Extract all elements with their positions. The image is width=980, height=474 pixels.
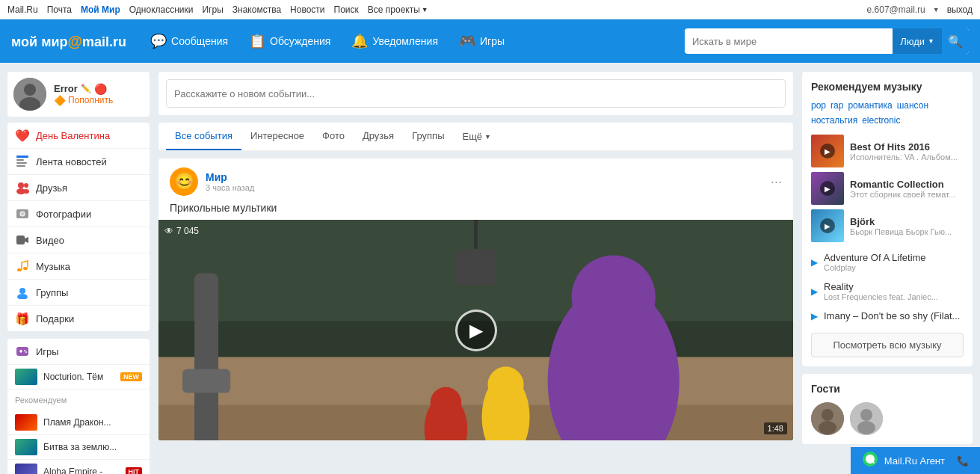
sidebar-item-friends[interactable]: Друзья [7, 175, 150, 201]
post-author[interactable]: Мир [206, 171, 254, 183]
page-layout: Error ✏️ 🔴 🔶 Пополнить ❤️ День Валентина [0, 63, 980, 474]
guest-avatar-1[interactable] [811, 402, 844, 435]
games-label: Игры [480, 35, 505, 47]
play-button[interactable]: ▶ [455, 310, 497, 351]
track-item-3[interactable]: ▶ Imany – Don't be so shy (Filat... [811, 308, 964, 324]
messages-label: Сообщения [171, 35, 228, 47]
track-item-1[interactable]: ▶ Adventure Of A Lifetime Coldplay [811, 250, 964, 274]
game-item-bitva[interactable]: Битва за землю... [7, 435, 150, 460]
user-name[interactable]: Error ✏️ 🔴 [54, 83, 113, 95]
music-tag-chanson[interactable]: шансон [897, 100, 928, 111]
phone-icon[interactable]: 📞 [957, 455, 969, 467]
top-nav-all-projects[interactable]: Все проекты ▼ [368, 4, 428, 15]
svg-point-13 [21, 212, 25, 216]
game-thumb-alpha [15, 464, 37, 474]
top-nav-search[interactable]: Поиск [334, 4, 359, 15]
tab-photos[interactable]: Фото [313, 123, 354, 150]
top-nav-moimir[interactable]: Мой Мир [81, 4, 120, 15]
svg-point-34 [488, 366, 524, 402]
svg-point-1 [24, 84, 36, 96]
video-player[interactable]: 👁 7 045 ▶ 1:48 Прикольные мультики + + Д… [158, 220, 793, 440]
track-name-1: Adventure Of A Lifetime [824, 252, 964, 263]
tab-interesting[interactable]: Интересное [241, 123, 313, 150]
sidebar-item-music[interactable]: Музыка [7, 253, 150, 280]
edit-icon: ✏️ [81, 84, 91, 93]
sidebar-item-games[interactable]: Игры [7, 339, 150, 365]
sidebar-item-video[interactable]: Видео [7, 227, 150, 253]
track-play-icon-3: ▶ [811, 311, 818, 321]
badge-new: NEW [120, 372, 142, 381]
top-nav-ok[interactable]: Одноклассники [129, 4, 194, 15]
nav-games[interactable]: 🎮 Игры [450, 27, 514, 55]
top-nav-pochta[interactable]: Почта [47, 4, 72, 15]
sidebar-item-groups[interactable]: Группы [7, 280, 150, 306]
music-tag-rap[interactable]: rap [830, 100, 843, 111]
tab-groups[interactable]: Группы [403, 123, 453, 150]
game-item-nocturion[interactable]: Nocturion. Тём NEW [7, 365, 150, 390]
game-item-plamya[interactable]: Пламя Дракон... [7, 410, 150, 435]
music-tag-romantica[interactable]: романтика [848, 100, 892, 111]
people-button[interactable]: Люди ▼ [893, 28, 942, 54]
nav-notifications[interactable]: 🔔 Уведомления [342, 27, 447, 55]
music-icon [15, 259, 30, 274]
music-tag-electronic[interactable]: electronic [862, 115, 900, 126]
svg-rect-30 [455, 249, 496, 285]
tab-more[interactable]: Ещё ▼ [453, 123, 500, 150]
logo[interactable]: мой мир@mail.ru [11, 33, 126, 50]
left-sidebar: Error ✏️ 🔴 🔶 Пополнить ❤️ День Валентина [7, 72, 150, 474]
game-item-alpha[interactable]: Alpha Empire - HIT [7, 460, 150, 474]
tab-friends[interactable]: Друзья [354, 123, 403, 150]
sidebar-item-feed[interactable]: Лента новостей [7, 149, 150, 175]
music-tag-pop[interactable]: pop [811, 100, 826, 111]
header-nav: 💬 Сообщения 📋 Обсуждения 🔔 Уведомления 🎮… [141, 27, 685, 55]
post-meta: Мир 3 часа назад [206, 171, 254, 192]
music-widget: Рекомендуем музыку pop rap романтика шан… [802, 72, 973, 366]
top-nav-news[interactable]: Новости [290, 4, 324, 15]
agent-icon [862, 451, 878, 471]
track-item-2[interactable]: ▶ Reality Lost Frequencies feat. Janiec.… [811, 279, 964, 304]
user-email[interactable]: e.607@mail.ru [867, 4, 925, 15]
tab-all-events[interactable]: Все события [166, 123, 241, 150]
view-all-music-button[interactable]: Посмотреть всю музыку [811, 333, 964, 357]
agent-label: Mail.Ru Агент [884, 455, 945, 467]
top-nav-mailru[interactable]: Mail.Ru [7, 4, 38, 15]
news-icon [15, 154, 30, 169]
svg-rect-22 [20, 350, 22, 353]
svg-rect-3 [16, 156, 28, 158]
post-header: 😊 Мир 3 часа назад ··· [158, 158, 793, 202]
search-submit-button[interactable]: 🔍 [942, 28, 969, 54]
play-icon-3: ▶ [820, 218, 835, 233]
album-info-3: Björk Бьорк Певица Бьорк Гью... [850, 216, 964, 236]
album-item-2[interactable]: ▶ Romantic Collection Этот сборник своей… [811, 172, 964, 205]
replenish-link[interactable]: 🔶 Пополнить [54, 95, 113, 106]
track-info-3: Imany – Don't be so shy (Filat... [824, 310, 964, 321]
heart-icon: ❤️ [15, 128, 30, 143]
chevron-down-icon-email: ▼ [933, 6, 940, 13]
composer-input[interactable] [166, 79, 786, 108]
svg-point-23 [24, 350, 25, 351]
search-input[interactable] [685, 36, 893, 47]
eye-icon: 👁 [164, 226, 173, 236]
sidebar-item-gifts[interactable]: 🎁 Подарки [7, 306, 150, 331]
music-tag-nostalgia[interactable]: ностальгия [811, 115, 857, 126]
track-play-icon-1: ▶ [811, 257, 818, 268]
post-card: 😊 Мир 3 часа назад ··· Прикольные мульти… [158, 158, 793, 440]
album-item-1[interactable]: ▶ Best Of Hits 2016 Исполнитель: VA . Ал… [811, 135, 964, 167]
guest-avatar-2[interactable] [850, 402, 883, 435]
game-thumb-plamya [15, 414, 37, 431]
chevron-down-icon: ▼ [422, 6, 428, 13]
nav-discussions[interactable]: 📋 Обсуждения [240, 27, 339, 55]
album-item-3[interactable]: ▶ Björk Бьорк Певица Бьорк Гью... [811, 209, 964, 242]
top-nav-games[interactable]: Игры [202, 4, 223, 15]
top-nav-dating[interactable]: Знакомства [232, 4, 281, 15]
logout-link[interactable]: выход [947, 4, 973, 15]
nav-messages[interactable]: 💬 Сообщения [141, 27, 237, 55]
sidebar-item-valentine[interactable]: ❤️ День Валентина [7, 123, 150, 149]
sidebar-item-photos[interactable]: Фотографии [7, 201, 150, 227]
track-name-2: Reality [824, 281, 964, 292]
svg-rect-39 [182, 369, 230, 393]
post-content: Прикольные мультики [158, 202, 793, 220]
avatar[interactable] [13, 78, 46, 111]
logo-text: мой мир@mail.ru [11, 33, 126, 50]
post-more-button[interactable]: ··· [771, 174, 782, 190]
